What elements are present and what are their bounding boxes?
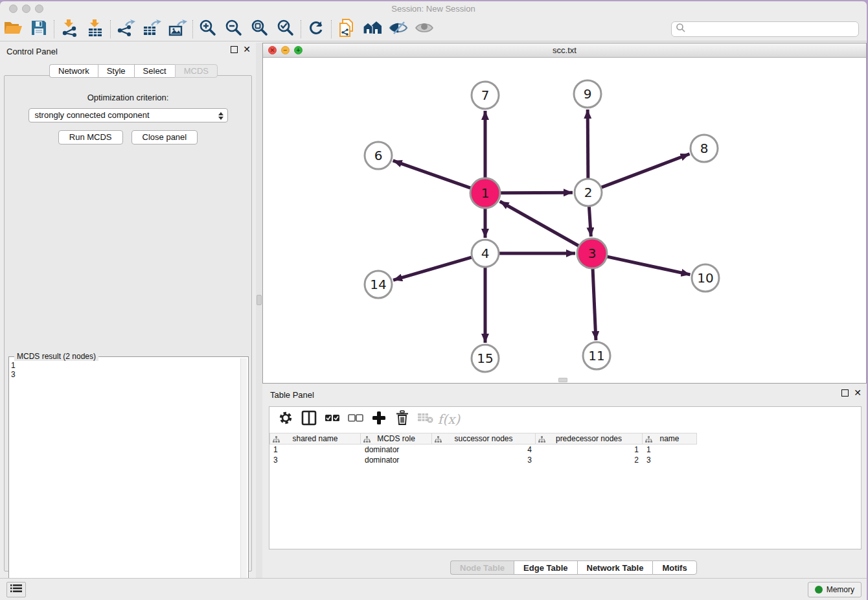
- zoom-out-button[interactable]: [221, 19, 247, 40]
- close-table-panel-icon[interactable]: ✕: [854, 389, 862, 397]
- cell-shared-name[interactable]: 1: [269, 444, 361, 455]
- save-session-button[interactable]: [26, 19, 52, 40]
- dropdown-stepper-icon: [218, 111, 225, 121]
- run-mcds-button[interactable]: Run MCDS: [58, 130, 123, 144]
- tab-motifs[interactable]: Motifs: [652, 560, 696, 575]
- memory-status-icon: [815, 586, 823, 594]
- result-scrollbar[interactable]: [240, 358, 247, 594]
- zoom-fit-button[interactable]: [247, 19, 273, 40]
- tab-network[interactable]: Network: [49, 64, 98, 78]
- unchecked-boxes-icon: [348, 413, 363, 425]
- tab-edge-table[interactable]: Edge Table: [514, 560, 577, 575]
- cell-name[interactable]: 1: [643, 444, 697, 455]
- cell-shared-name[interactable]: 3: [269, 455, 361, 465]
- cell-predecessor-nodes[interactable]: 2: [536, 455, 643, 465]
- save-floppy-icon: [30, 19, 47, 39]
- export-image-button[interactable]: [165, 19, 190, 40]
- table-row[interactable]: 1dominator411: [269, 444, 861, 455]
- add-row-button[interactable]: [369, 410, 389, 429]
- delete-table-icon: [417, 411, 434, 427]
- tab-network-table[interactable]: Network Table: [577, 560, 653, 575]
- edge-3-1[interactable]: [500, 202, 578, 246]
- network-window-titlebar: ✕ − + scc.txt: [263, 43, 866, 58]
- quick-search: [671, 21, 859, 37]
- float-table-panel-icon[interactable]: [841, 389, 849, 397]
- export-table-button[interactable]: [139, 19, 165, 40]
- network-window: ✕ − + scc.txt 7968124314101511: [262, 43, 867, 384]
- cell-MCDS-role[interactable]: dominator: [361, 444, 432, 455]
- edge-3-10[interactable]: [607, 257, 690, 275]
- delete-row-button[interactable]: [393, 410, 412, 429]
- deselect-all-rows-button[interactable]: [346, 410, 365, 429]
- control-panel: Control Panel ✕ NetworkStyleSelectMCDS O…: [0, 43, 256, 573]
- export-image-icon: [168, 19, 187, 40]
- edge-4-14[interactable]: [393, 257, 472, 280]
- mcds-result-title: MCDS result (2 nodes): [14, 352, 98, 361]
- app-titlebar: Session: New Session: [0, 1, 867, 17]
- control-panel-header: Control Panel ✕: [0, 43, 256, 60]
- cell-name[interactable]: 3: [643, 455, 697, 465]
- refresh-view-button[interactable]: [303, 19, 329, 40]
- table-container: f(x) shared nameMCDS rolesuccessor nodes…: [269, 406, 862, 549]
- close-panel-button[interactable]: Close panel: [131, 130, 198, 144]
- tab-mcds[interactable]: MCDS: [175, 64, 218, 78]
- edge-2-9[interactable]: [588, 110, 588, 178]
- toolbar-separator: [331, 20, 332, 38]
- select-all-rows-button[interactable]: [323, 410, 342, 429]
- column-header-name[interactable]: name: [643, 433, 697, 444]
- close-panel-icon[interactable]: ✕: [243, 46, 251, 53]
- task-history-button[interactable]: [6, 582, 26, 597]
- cell-successor-nodes[interactable]: 4: [432, 444, 536, 455]
- table-panel-header: Table Panel ✕: [262, 386, 867, 403]
- export-network-button[interactable]: [113, 19, 139, 40]
- tab-select[interactable]: Select: [134, 64, 175, 78]
- tab-style[interactable]: Style: [98, 64, 134, 78]
- zoom-in-button[interactable]: [195, 19, 221, 40]
- column-header-predecessor-nodes[interactable]: predecessor nodes: [536, 433, 643, 444]
- table-panel: Table Panel ✕: [262, 386, 867, 578]
- toggle-column-button[interactable]: [299, 410, 319, 429]
- node-label-9: 9: [584, 86, 592, 102]
- cell-MCDS-role[interactable]: dominator: [361, 455, 432, 465]
- open-session-button[interactable]: [0, 19, 26, 40]
- import-table-button[interactable]: [82, 19, 108, 40]
- toolbar-separator: [192, 20, 193, 38]
- edge-2-8[interactable]: [602, 154, 690, 188]
- column-header-MCDS-role[interactable]: MCDS role: [361, 433, 432, 444]
- canvas-resize-handle[interactable]: [558, 378, 567, 382]
- home-layout-button[interactable]: [360, 19, 385, 40]
- edge-2-3[interactable]: [589, 207, 591, 237]
- cell-predecessor-nodes[interactable]: 1: [536, 444, 643, 455]
- edge-3-11[interactable]: [593, 269, 596, 340]
- column-icon: [301, 410, 317, 428]
- apply-function-button-disabled: f(x): [439, 410, 459, 429]
- edge-1-6[interactable]: [393, 161, 471, 188]
- tab-node-table[interactable]: Node Table: [450, 560, 514, 575]
- zoom-in-icon: [199, 19, 217, 40]
- copy-network-view-button[interactable]: [334, 19, 360, 40]
- network-canvas[interactable]: 7968124314101511: [263, 58, 866, 383]
- trash-icon: [395, 410, 409, 428]
- column-header-successor-nodes[interactable]: successor nodes: [432, 433, 536, 444]
- quick-search-input[interactable]: [686, 23, 858, 36]
- delete-table-button-disabled: [416, 410, 435, 429]
- column-header-shared-name[interactable]: shared name: [269, 433, 361, 444]
- memory-button[interactable]: Memory: [808, 582, 862, 597]
- panel-divider[interactable]: [256, 43, 262, 578]
- criterion-dropdown[interactable]: strongly connected component: [29, 108, 228, 122]
- copy-pages-share-icon: [337, 18, 356, 40]
- float-panel-icon[interactable]: [231, 46, 238, 53]
- node-label-15: 15: [477, 351, 493, 366]
- cell-successor-nodes[interactable]: 3: [432, 455, 536, 465]
- show-all-button[interactable]: [411, 19, 437, 40]
- mcds-panel: Optimization criterion: strongly connect…: [4, 75, 252, 571]
- table-settings-button[interactable]: [276, 410, 295, 429]
- import-network-button[interactable]: [56, 19, 82, 40]
- toolbar-separator: [110, 20, 111, 38]
- edge-1-2[interactable]: [501, 192, 573, 193]
- plus-icon: [372, 411, 386, 428]
- divider-handle-icon[interactable]: [257, 295, 262, 305]
- hide-selected-button[interactable]: [385, 19, 411, 40]
- zoom-selected-button[interactable]: [273, 19, 299, 40]
- table-row[interactable]: 3dominator323: [269, 455, 861, 465]
